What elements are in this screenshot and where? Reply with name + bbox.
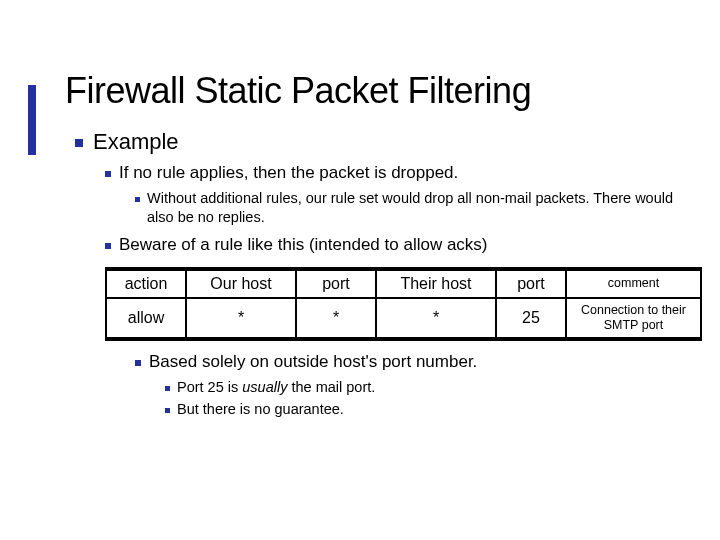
bullet-level-2-after: Based solely on outside host's port numb…: [65, 351, 680, 420]
bullet-icon: [165, 386, 170, 391]
col-port1: port: [296, 269, 376, 298]
bullet-icon: [75, 139, 83, 147]
bullet-text: Port 25 is usually the mail port.: [177, 378, 680, 398]
col-ourhost: Our host: [186, 269, 296, 298]
bullet-level-3: Without additional rules, our rule set w…: [105, 189, 680, 228]
col-action: action: [106, 269, 186, 298]
bullet-text: Without additional rules, our rule set w…: [147, 189, 680, 228]
cell-theirhost: *: [376, 298, 496, 339]
bullet-level-2: If no rule applies, then the packet is d…: [75, 162, 680, 257]
text-emphasis: usually: [242, 379, 287, 395]
bullet-icon: [105, 171, 111, 177]
cell-ourhost: *: [186, 298, 296, 339]
bullet-text: Based solely on outside host's port numb…: [149, 351, 680, 374]
bullet-icon: [105, 243, 111, 249]
bullet-text: Example: [93, 127, 680, 158]
col-port2: port: [496, 269, 566, 298]
col-comment: comment: [566, 269, 701, 298]
bullet-text: If no rule applies, then the packet is d…: [119, 162, 680, 185]
bullet-level-3: Port 25 is usually the mail port. But th…: [135, 378, 680, 420]
firewall-rule-table: action Our host port Their host port com…: [105, 267, 702, 341]
slide-title: Firewall Static Packet Filtering: [65, 70, 680, 112]
text-fragment: the mail port.: [287, 379, 375, 395]
table-header-row: action Our host port Their host port com…: [106, 269, 701, 298]
bullet-icon: [165, 408, 170, 413]
table-row: allow * * * 25 Connection to their SMTP …: [106, 298, 701, 339]
cell-comment: Connection to their SMTP port: [566, 298, 701, 339]
bullet-text: Beware of a rule like this (intended to …: [119, 234, 680, 257]
cell-port2: 25: [496, 298, 566, 339]
col-theirhost: Their host: [376, 269, 496, 298]
bullet-icon: [135, 360, 141, 366]
text-fragment: Port 25 is: [177, 379, 242, 395]
bullet-text: But there is no guarantee.: [177, 400, 680, 420]
cell-action: allow: [106, 298, 186, 339]
bullet-icon: [135, 197, 140, 202]
accent-bar: [28, 85, 36, 155]
cell-port1: *: [296, 298, 376, 339]
bullet-level-1: Example If no rule applies, then the pac…: [65, 127, 680, 257]
slide: Firewall Static Packet Filtering Example…: [0, 0, 720, 540]
